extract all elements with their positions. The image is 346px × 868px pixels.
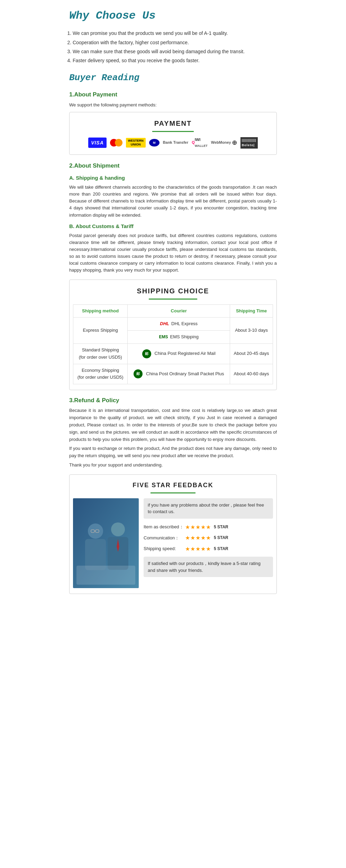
payment-box-title: PAYMENT [73, 118, 273, 129]
qiwi-logo: QIWIWALLET [192, 137, 208, 149]
page-wrapper: Why Choose Us We can promise you that th… [66, 0, 280, 606]
five-star-content: if you have any problems about the order… [73, 498, 273, 588]
standard-time: About 20-45 days [230, 343, 273, 364]
table-row: Express Shipping DHL DHL Express About 3… [73, 318, 273, 331]
china-post-registered-name: China Post Registered Air Mail [155, 350, 216, 357]
express-time: About 3-10 days [230, 318, 273, 344]
western-union-logo: WESTERNUNION [126, 138, 146, 148]
mastercard-logo [110, 139, 122, 147]
refund-title: 3.Refund & Policy [69, 396, 277, 405]
why-item-2: Cooperation with the factory, higher cos… [73, 39, 277, 46]
shipping-choice-box: SHIPPING CHOICE Shipping method Courier … [69, 280, 277, 390]
china-post-icon-2: 邮 [134, 369, 143, 378]
maestro-logo: M [149, 139, 160, 147]
bottom-note: If satisfied with our products，kindly le… [144, 557, 273, 577]
shipping-handling-title: A. Shipping & handing [69, 174, 277, 182]
rating-row-3: Shipping speed: ★★★★★ 5 STAR [144, 545, 273, 554]
dhl-courier: DHL DHL Express [128, 318, 230, 331]
col-method: Shipping method [73, 304, 128, 318]
shipment-title: 2.About Shipment [69, 161, 277, 170]
payment-underline [152, 131, 194, 132]
five-star-title: FIVE STAR FEEDBACK [73, 480, 273, 490]
china-post-icon: 邮 [142, 349, 151, 358]
stars-3: ★★★★★ [185, 545, 211, 554]
why-item-4: Faster delivery speed, so that you recei… [73, 57, 277, 64]
economy-method: Economy Shipping(for order under USD5) [73, 364, 128, 384]
rating-row-2: Communication： ★★★★★ 5 STAR [144, 534, 273, 542]
china-post-ordinary-name: China Post Ordinary Small Packet Plus [146, 370, 224, 378]
rating-row-1: Item as described： ★★★★★ 5 STAR [144, 523, 273, 532]
buyer-reading-title: Buyer Reading [69, 71, 277, 85]
china-post-ordinary: 邮 China Post Ordinary Small Packet Plus [128, 364, 230, 384]
ems-courier: EMS EMS Shipping [128, 331, 230, 344]
economy-time: About 40-60 days [230, 364, 273, 384]
payment-title: 1.About Payment [69, 90, 277, 99]
col-time: Shipping Time [230, 304, 273, 318]
star-ratings: Item as described： ★★★★★ 5 STAR Communic… [144, 523, 273, 554]
shipment-section: 2.About Shipment A. Shipping & handing W… [69, 161, 277, 390]
shipping-choice-title: SHIPPING CHOICE [73, 285, 273, 296]
ems-name: EMS Shipping [170, 333, 199, 341]
feedback-image [73, 498, 139, 588]
payment-intro: We support the following payment methods… [69, 102, 277, 108]
rating-label-1: Item as described： [144, 523, 185, 531]
five-star-underline [151, 492, 195, 493]
refund-section: 3.Refund & Policy Because it is an inter… [69, 396, 277, 469]
table-row: Economy Shipping(for order under USD5) 邮… [73, 364, 273, 384]
table-row: Standard Shipping(for order over USD5) 邮… [73, 343, 273, 364]
five-star-box: FIVE STAR FEEDBACK [69, 474, 277, 594]
boleto-logo: ||||||||||||Boleto| [240, 137, 258, 149]
shipping-handling-text: We will take different channels accordin… [69, 184, 277, 219]
customs-tariff-title: B. About Customs & Tariff [69, 222, 277, 230]
standard-method: Standard Shipping(for order over USD5) [73, 343, 128, 364]
person-svg [73, 498, 139, 588]
ems-logo: EMS [159, 334, 168, 340]
why-list: We can promise you that the products we … [73, 29, 277, 65]
stars-1: ★★★★★ [185, 523, 211, 532]
rating-label-2: Communication： [144, 535, 185, 542]
refund-text-2: If you want to exchange or return the pr… [69, 445, 277, 460]
dhl-logo: DHL [160, 320, 169, 328]
svg-rect-9 [76, 566, 135, 585]
express-method: Express Shipping [73, 318, 128, 344]
star-text-1: 5 STAR [214, 524, 228, 530]
china-post-registered: 邮 China Post Registered Air Mail [128, 343, 230, 364]
visa-logo: VISA [88, 138, 107, 148]
svg-rect-2 [85, 539, 106, 570]
payment-logos: VISA WESTERNUNION M Bank Transfer [73, 137, 273, 149]
contact-bubble: if you have any problems about the order… [144, 498, 273, 519]
col-courier: Courier [128, 304, 230, 318]
why-item-3: We can make sure that these goods will a… [73, 48, 277, 55]
customs-tariff-text: Postal parcel generally does not produce… [69, 232, 277, 274]
table-header-row: Shipping method Courier Shipping Time [73, 304, 273, 318]
refund-text-3: Thank you for your support and understan… [69, 462, 277, 469]
refund-text-1: Because it is an international transport… [69, 407, 277, 443]
why-item-1: We can promise you that the products we … [73, 29, 277, 37]
svg-point-6 [111, 522, 125, 536]
stars-2: ★★★★★ [185, 534, 211, 542]
rating-label-3: Shipping speed: [144, 545, 185, 553]
webmoney-logo: WebMoney ⊕ [211, 138, 237, 148]
shipping-underline [149, 299, 197, 300]
star-text-2: 5 STAR [214, 535, 228, 541]
bank-transfer-logo: Bank Transfer [163, 140, 188, 146]
payment-box: PAYMENT VISA WESTERNUNION M [69, 112, 277, 155]
star-text-3: 5 STAR [214, 546, 228, 552]
five-star-right: if you have any problems about the order… [144, 498, 273, 577]
main-title: Why Choose Us [69, 7, 277, 25]
dhl-name: DHL Express [171, 320, 198, 328]
payment-section: 1.About Payment We support the following… [69, 90, 277, 155]
shipping-table: Shipping method Courier Shipping Time Ex… [73, 304, 273, 385]
